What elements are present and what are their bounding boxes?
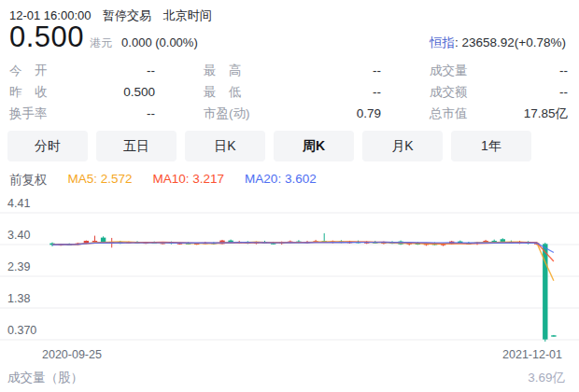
volume-pane-label: 成交量（股） (7, 370, 83, 386)
currency-label: 港元 (90, 35, 112, 51)
stat-value: -- (373, 60, 381, 81)
stats-column-3: 成交量 -- 成交额 -- 总市值 17.85亿 (430, 60, 568, 124)
x-axis-start-date: 2020-09-25 (42, 348, 102, 361)
stat-value: -- (559, 60, 568, 81)
indicator-row: 前复权 MA5: 2.572 MA10: 3.217 MA20: 3.602 (9, 172, 317, 189)
stat-market-cap: 总市值 17.85亿 (430, 103, 568, 124)
svg-text:3.40: 3.40 (7, 229, 30, 242)
x-axis-labels: 2020-09-25 2021-12-01 (0, 348, 579, 361)
price-change: 0.000 (0.00%) (121, 35, 198, 49)
stat-value: 17.85亿 (524, 103, 568, 124)
stat-turnover-rate: 换手率 -- (9, 103, 155, 124)
stat-value: -- (147, 60, 155, 81)
stat-label: 换手率 (9, 103, 48, 124)
stat-label: 成交量 (430, 60, 468, 81)
stat-label: 成交额 (430, 81, 468, 103)
index-quote: 恒指: 23658.92(+0.78%) (430, 35, 566, 51)
stat-value: -- (147, 103, 155, 124)
ma20-legend: MA20: 3.602 (245, 172, 317, 189)
period-tabs: 分时 五日 日K 周K 月K 1年 (7, 131, 531, 161)
adjust-mode-toggle[interactable]: 前复权 (9, 172, 48, 189)
stat-low: 最 低 -- (204, 81, 381, 103)
tab-intraday[interactable]: 分时 (7, 131, 88, 161)
stats-column-1: 今 开 -- 昨 收 0.500 换手率 -- (9, 60, 155, 124)
svg-text:0.370: 0.370 (7, 324, 36, 337)
stat-value: 0.79 (357, 103, 381, 124)
stat-open: 今 开 -- (9, 60, 155, 81)
tab-daily-k[interactable]: 日K (185, 131, 265, 161)
ma10-legend: MA10: 3.217 (153, 172, 225, 189)
stat-volume: 成交量 -- (430, 60, 568, 81)
stat-pe-ratio: 市盈(动) 0.79 (204, 103, 381, 124)
hang-seng-index-link[interactable]: 恒指 (430, 35, 455, 49)
stat-value: -- (373, 81, 381, 103)
stat-amount: 成交额 -- (430, 81, 568, 103)
ma5-legend: MA5: 2.572 (68, 172, 133, 189)
stat-label: 市盈(动) (204, 103, 250, 124)
svg-text:4.41: 4.41 (7, 197, 30, 210)
stat-value: -- (559, 81, 568, 103)
stat-label: 今 开 (9, 60, 48, 81)
stat-prev-close: 昨 收 0.500 (9, 81, 155, 103)
hang-seng-index-value: : 23658.92(+0.78%) (455, 35, 566, 49)
stats-grid: 今 开 -- 昨 收 0.500 换手率 -- 最 高 -- 最 低 -- 市盈 (9, 60, 568, 124)
volume-pane-header: 成交量（股） 3.69亿 (7, 370, 565, 386)
stat-value: 0.500 (123, 81, 155, 103)
stat-label: 总市值 (430, 103, 468, 124)
tab-monthly-k[interactable]: 月K (362, 131, 443, 161)
stat-label: 最 低 (204, 81, 242, 103)
stat-label: 昨 收 (9, 81, 48, 103)
price-row: 0.500 港元 0.000 (0.00%) 恒指: 23658.92(+0.7… (9, 21, 566, 54)
stat-label: 最 高 (204, 60, 242, 81)
volume-pane-value: 3.69亿 (528, 370, 565, 386)
stats-column-2: 最 高 -- 最 低 -- 市盈(动) 0.79 (204, 60, 381, 124)
svg-text:1.38: 1.38 (7, 292, 30, 305)
tab-5day[interactable]: 五日 (96, 131, 177, 161)
tab-weekly-k[interactable]: 周K (274, 131, 354, 161)
svg-text:2.39: 2.39 (7, 260, 30, 273)
x-axis-end-date: 2021-12-01 (502, 348, 562, 361)
tab-1year[interactable]: 1年 (451, 131, 531, 161)
last-price: 0.500 (9, 21, 84, 54)
stock-quote-app: 12-01 16:00:00 暂停交易 北京时间 0.500 港元 0.000 … (0, 0, 579, 392)
kline-chart[interactable]: 4.413.402.391.380.370 (0, 191, 579, 348)
stat-high: 最 高 -- (204, 60, 381, 81)
